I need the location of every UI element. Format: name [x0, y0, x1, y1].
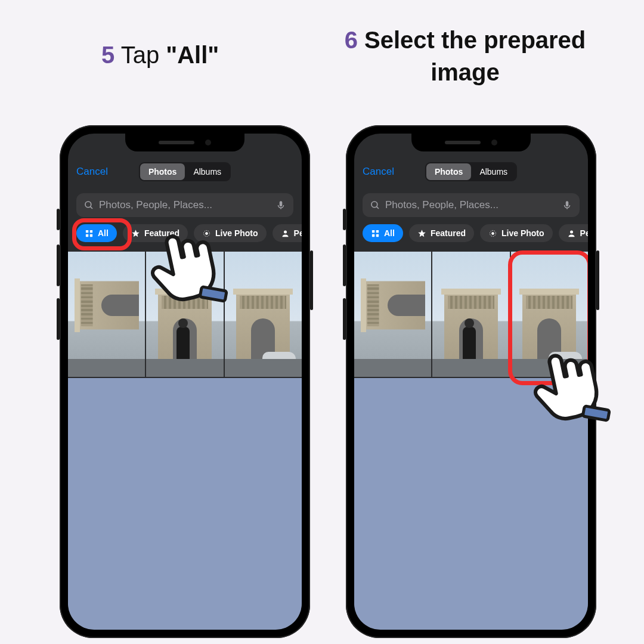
chip-all[interactable]: All — [363, 224, 403, 242]
step-6-title: 6 Select the prepared image — [340, 24, 590, 88]
svg-rect-18 — [372, 234, 374, 236]
svg-rect-19 — [376, 234, 379, 236]
notch — [411, 134, 531, 151]
tab-albums[interactable]: Albums — [185, 163, 230, 180]
phone-step-5: Cancel Photos Albums Photos, People, Pla… — [60, 125, 310, 638]
photo-thumbnail-1[interactable] — [354, 252, 432, 377]
chip-all[interactable]: All — [76, 224, 117, 242]
mute-switch — [57, 209, 60, 230]
svg-rect-24 — [200, 287, 227, 302]
grid-icon — [85, 229, 94, 238]
svg-marker-20 — [418, 230, 426, 237]
mic-icon[interactable] — [562, 200, 572, 210]
chip-featured[interactable]: Featured — [409, 224, 474, 242]
mute-switch — [343, 209, 346, 230]
hand-pointer-icon — [525, 340, 614, 429]
person-icon — [567, 229, 576, 238]
segmented-control: Photos Albums — [425, 162, 517, 181]
svg-point-11 — [284, 230, 287, 233]
step-5-title: 5 Tap "All" — [101, 39, 219, 71]
volume-down-button — [343, 298, 346, 340]
grid-icon — [371, 229, 380, 238]
chip-people[interactable]: People — [559, 224, 588, 242]
hand-pointer-icon — [142, 221, 231, 310]
svg-point-12 — [371, 202, 377, 208]
search-icon — [370, 200, 380, 210]
svg-rect-16 — [372, 230, 374, 232]
speaker-grille — [445, 141, 481, 144]
svg-rect-6 — [86, 234, 88, 236]
svg-rect-7 — [90, 234, 92, 236]
search-input[interactable]: Photos, People, Places... — [76, 193, 293, 217]
svg-rect-2 — [280, 201, 283, 206]
front-camera — [491, 140, 497, 145]
notch — [125, 134, 244, 151]
tab-photos[interactable]: Photos — [140, 163, 185, 180]
svg-rect-14 — [566, 201, 569, 206]
grid-placeholder — [68, 378, 302, 630]
picker-topbar: Cancel Photos Albums — [68, 166, 302, 178]
search-input[interactable]: Photos, People, Places... — [363, 193, 580, 217]
svg-marker-8 — [132, 230, 140, 237]
cancel-button[interactable]: Cancel — [363, 166, 394, 178]
speaker-grille — [159, 141, 194, 144]
front-camera — [205, 140, 211, 145]
svg-rect-4 — [86, 230, 88, 232]
star-icon — [131, 229, 140, 238]
chip-people[interactable]: People — [273, 224, 302, 242]
star-icon — [417, 229, 426, 238]
search-icon — [83, 200, 94, 210]
search-placeholder: Photos, People, Places... — [99, 199, 212, 211]
mic-icon[interactable] — [275, 200, 286, 210]
picker-topbar: Cancel Photos Albums — [354, 166, 588, 178]
tab-photos[interactable]: Photos — [426, 163, 471, 180]
power-button — [596, 250, 599, 310]
volume-up-button — [343, 244, 346, 286]
step-6-number: 6 — [345, 27, 358, 53]
svg-line-13 — [376, 206, 379, 209]
svg-line-1 — [90, 206, 92, 209]
svg-point-0 — [85, 202, 91, 208]
screen: Cancel Photos Albums Photos, People, Pla… — [68, 134, 302, 630]
svg-point-21 — [492, 232, 494, 234]
search-placeholder: Photos, People, Places... — [385, 199, 499, 211]
svg-point-23 — [570, 230, 573, 233]
svg-rect-25 — [583, 406, 609, 421]
photo-thumbnail-3[interactable] — [225, 252, 302, 377]
photo-thumbnail-2[interactable] — [432, 252, 510, 377]
svg-rect-5 — [90, 230, 92, 232]
tab-albums[interactable]: Albums — [471, 163, 516, 180]
volume-up-button — [57, 244, 60, 286]
filter-chips: All Featured Live Photo People — [363, 224, 588, 242]
person-icon — [281, 229, 290, 238]
step-5-number: 5 — [101, 42, 114, 68]
segmented-control: Photos Albums — [139, 162, 231, 181]
power-button — [310, 250, 313, 310]
cancel-button[interactable]: Cancel — [76, 166, 108, 178]
live-photo-icon — [488, 229, 497, 238]
volume-down-button — [57, 298, 60, 340]
chip-live-photo[interactable]: Live Photo — [480, 224, 553, 242]
photo-thumbnail-1[interactable] — [68, 252, 146, 377]
svg-rect-17 — [376, 230, 379, 232]
